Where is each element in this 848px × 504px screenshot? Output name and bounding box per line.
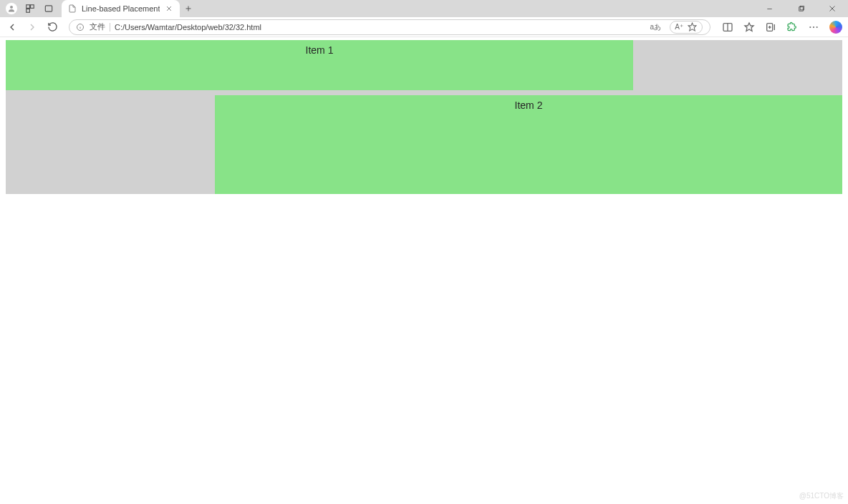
- maximize-button[interactable]: [785, 0, 816, 17]
- close-button[interactable]: [816, 0, 848, 17]
- tab-close-button[interactable]: [164, 4, 174, 14]
- grid-item-1: Item 1: [6, 40, 633, 90]
- titlebar-left-icons: [0, 0, 59, 17]
- address-separator: [110, 23, 110, 32]
- address-bar-actions: aあ A⁺: [650, 21, 704, 34]
- file-icon: [67, 4, 77, 14]
- svg-point-26: [813, 26, 814, 27]
- read-aloud-pill[interactable]: A⁺: [670, 21, 703, 34]
- site-info-icon[interactable]: [75, 22, 85, 32]
- address-scheme-label: 文件: [90, 21, 105, 32]
- window-titlebar: Line-based Placement: [0, 0, 848, 17]
- svg-rect-4: [45, 6, 52, 11]
- titlebar-drag-area: [197, 0, 753, 17]
- svg-point-25: [809, 26, 811, 27]
- extensions-icon[interactable]: [786, 21, 798, 33]
- browser-tab[interactable]: Line-based Placement: [62, 0, 180, 17]
- profile-icon[interactable]: [6, 3, 17, 14]
- toolbar-right-icons: [718, 21, 842, 34]
- refresh-button[interactable]: [46, 21, 59, 34]
- address-bar[interactable]: 文件 C:/Users/Wamtar/Desktop/web/32/32.htm…: [69, 19, 710, 35]
- minimize-button[interactable]: [753, 0, 785, 17]
- tab-title: Line-based Placement: [82, 4, 160, 13]
- favorites-icon[interactable]: [743, 21, 755, 33]
- new-tab-button[interactable]: [180, 0, 197, 17]
- window-controls: [753, 0, 848, 17]
- read-aloud-label: A⁺: [675, 23, 683, 31]
- svg-rect-3: [26, 9, 30, 13]
- browser-toolbar: 文件 C:/Users/Wamtar/Desktop/web/32/32.htm…: [0, 17, 848, 37]
- svg-rect-2: [31, 5, 34, 9]
- svg-rect-10: [799, 6, 803, 11]
- watermark-label: @51CTO博客: [799, 491, 844, 501]
- address-url: C:/Users/Wamtar/Desktop/web/32/32.html: [115, 23, 645, 32]
- svg-rect-11: [800, 6, 804, 10]
- page-viewport: Item 1 Item 2 @51CTO博客: [0, 37, 848, 504]
- tab-actions-icon[interactable]: [43, 3, 54, 14]
- more-icon[interactable]: [808, 21, 819, 33]
- svg-point-27: [816, 26, 818, 27]
- copilot-icon[interactable]: [829, 21, 842, 34]
- split-screen-icon[interactable]: [722, 21, 733, 33]
- svg-rect-1: [26, 5, 30, 9]
- grid-container: Item 1 Item 2: [6, 40, 842, 194]
- workspaces-icon[interactable]: [24, 3, 36, 14]
- grid-item-2: Item 2: [215, 95, 842, 194]
- svg-marker-17: [688, 23, 696, 31]
- svg-marker-20: [745, 23, 753, 31]
- collections-icon[interactable]: [765, 21, 776, 33]
- star-icon[interactable]: [686, 21, 698, 33]
- back-button[interactable]: [6, 21, 19, 34]
- svg-point-0: [10, 6, 13, 9]
- translate-icon[interactable]: aあ: [650, 21, 661, 33]
- forward-button[interactable]: [26, 21, 39, 34]
